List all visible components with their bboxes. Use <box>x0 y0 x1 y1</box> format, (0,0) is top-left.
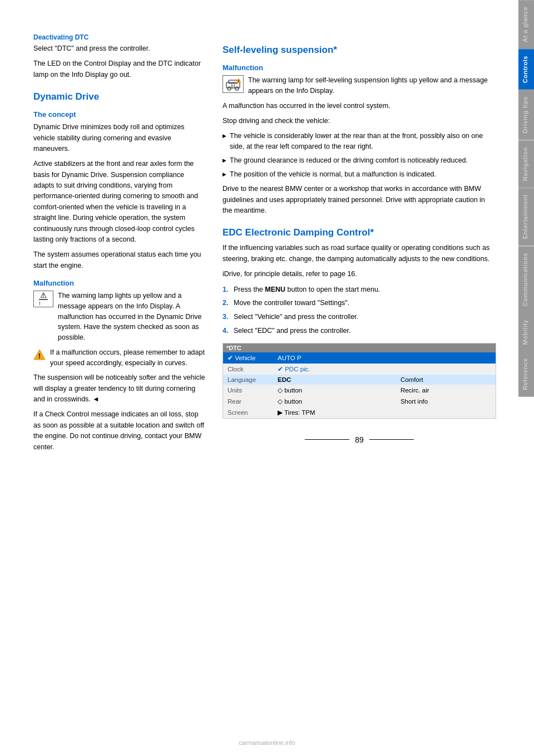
dynamic-drive-title: Dynamic Drive <box>33 91 206 102</box>
edc-step-2: 2. Move the controller toward "Settings"… <box>222 298 496 308</box>
edc-step-1: 1. Press the MENU button to open the sta… <box>222 284 496 295</box>
watermark: carmanualonline.info <box>239 739 295 746</box>
bullet-2: The ground clearance is reduced or the d… <box>222 155 496 166</box>
edc-idrive-ref: iDrive, for principle details, refer to … <box>222 269 496 279</box>
menu-title-bar: *DTC <box>223 343 496 352</box>
page-number-row: 89 <box>222 435 496 444</box>
svg-point-5 <box>235 87 239 90</box>
deactivating-dtc-text2: The LED on the Control Display and the D… <box>33 58 206 80</box>
page-number: 89 <box>355 435 364 444</box>
self-leveling-para3: Drive to the nearest BMW center or a wor… <box>222 184 496 216</box>
warning-box-left: ⚠ ! The warning lamp lights up yellow an… <box>33 291 206 343</box>
menu-table: ✔ Vehicle AUTO P Clock ✔ PDC pic. Langua… <box>223 352 496 418</box>
bullet-3: The position of the vehicle is normal, b… <box>222 169 496 180</box>
page-line-left <box>305 439 349 440</box>
caution-text-left: If a malfunction occurs, please remember… <box>50 347 206 369</box>
self-level-warning-icon: ! <box>222 75 244 93</box>
sidebar: At a glance Controls Driving tips Naviga… <box>518 0 534 756</box>
warning-text-left: The warning lamp lights up yellow and a … <box>58 291 206 343</box>
deactivating-dtc-text1: Select "DTC" and press the controller. <box>33 43 206 54</box>
warning-icon-left: ⚠ ! <box>33 291 53 307</box>
left-column: Deactivating DTC Select "DTC" and press … <box>33 33 206 723</box>
self-leveling-malfunction-subtitle: Malfunction <box>222 63 496 72</box>
self-leveling-bullets: The vehicle is considerably lower at the… <box>222 131 496 179</box>
edc-steps: 1. Press the MENU button to open the sta… <box>222 284 496 336</box>
menu-row-vehicle: ✔ Vehicle AUTO P <box>223 352 496 364</box>
self-leveling-title: Self-leveling suspension* <box>222 45 496 56</box>
edc-title: EDC Electronic Damping Control* <box>222 227 496 238</box>
edc-para1: If the influencing variables such as roa… <box>222 243 496 264</box>
edc-menu-screenshot: *DTC ✔ Vehicle AUTO P Clock ✔ PDC pic. <box>222 343 496 419</box>
sidebar-tab-communications[interactable]: Communications <box>518 246 534 313</box>
bullet-1: The vehicle is considerably lower at the… <box>222 131 496 152</box>
caution-box-left: ! If a malfunction occurs, please rememb… <box>33 347 206 369</box>
svg-text:!: ! <box>238 78 240 84</box>
sidebar-tab-mobility[interactable]: Mobility <box>518 313 534 352</box>
concept-para2: Active stabilizers at the front and rear… <box>33 159 206 245</box>
sidebar-tab-navigation[interactable]: Navigation <box>518 140 534 188</box>
self-leveling-para2: Stop driving and check the vehicle: <box>222 116 496 126</box>
sidebar-tab-reference[interactable]: Reference <box>518 351 534 397</box>
edc-step-4: 4. Select "EDC" and press the controller… <box>222 326 496 336</box>
concept-subtitle: The concept <box>33 110 206 119</box>
sidebar-tab-controls[interactable]: Controls <box>518 49 534 90</box>
svg-point-4 <box>228 87 231 90</box>
malfunction-subtitle-left: Malfunction <box>33 279 206 287</box>
self-leveling-section: Self-leveling suspension* Malfunction <box>222 45 496 216</box>
edc-step-3: 3. Select "Vehicle" and press the contro… <box>222 312 496 322</box>
deactivating-dtc-section: Deactivating DTC Select "DTC" and press … <box>33 33 206 80</box>
svg-text:!: ! <box>38 352 41 360</box>
caution-icon-left: ! <box>33 348 46 362</box>
warning-box-self-leveling: ! The warning lamp for self-leveling sus… <box>222 75 496 96</box>
menu-row-screen: Screen ▶ Tires: TPM <box>223 407 496 418</box>
menu-row-rear: Rear ◇ button Short info <box>223 396 496 407</box>
sidebar-tab-driving-tips[interactable]: Driving tips <box>518 90 534 140</box>
page-line-right <box>369 439 414 440</box>
malfunction-para2-left: If a Check Control message indicates an … <box>33 409 206 453</box>
svg-rect-3 <box>229 80 238 84</box>
edc-section: EDC Electronic Damping Control* If the i… <box>222 227 496 418</box>
self-leveling-para1: A malfunction has occurred in the level … <box>222 101 496 111</box>
menu-row-clock: Clock ✔ PDC pic. <box>223 364 496 375</box>
malfunction-para1-left: The suspension will be noticeably softer… <box>33 372 206 405</box>
menu-row-units: Units ◇ button Recirc. air <box>223 385 496 396</box>
right-column: Self-leveling suspension* Malfunction <box>222 33 496 723</box>
sidebar-tab-at-a-glance[interactable]: At a glance <box>518 0 534 49</box>
concept-para1: Dynamic Drive minimizes body roll and op… <box>33 122 206 154</box>
dynamic-drive-section: Dynamic Drive The concept Dynamic Drive … <box>33 91 206 453</box>
concept-para3: The system assumes operational status ea… <box>33 249 206 271</box>
sidebar-tab-entertainment[interactable]: Entertainment <box>518 188 534 246</box>
deactivating-dtc-title: Deactivating DTC <box>33 33 206 41</box>
menu-row-edc-row: Language EDC Comfort <box>223 375 496 385</box>
self-leveling-warning-text: The warning lamp for self-leveling suspe… <box>248 75 496 96</box>
